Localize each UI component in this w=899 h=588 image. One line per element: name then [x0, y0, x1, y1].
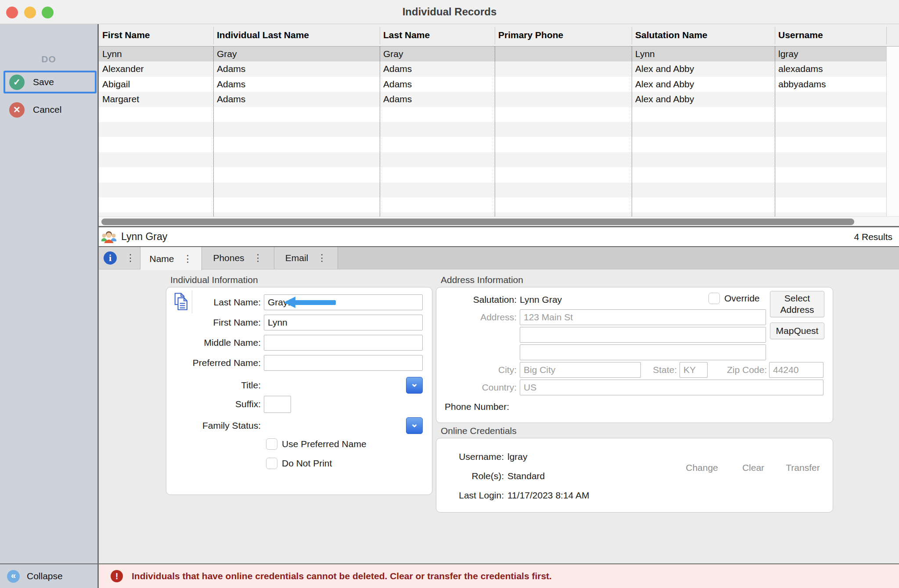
column-header-primary-phone[interactable]: Primary Phone	[495, 24, 632, 46]
country-label: Country:	[436, 380, 517, 395]
chevron-down-icon: ⌄	[410, 378, 418, 389]
preferred-name-label: Preferred Name:	[166, 355, 261, 371]
records-table-body: Lynn Gray Gray Lynn lgray Alexander Adam…	[99, 47, 886, 216]
cell-first-name: Lynn	[99, 47, 213, 61]
cancel-button[interactable]: ✕ Cancel	[4, 98, 97, 121]
preferred-name-input[interactable]	[264, 355, 423, 371]
tab-menu-dots-icon[interactable]: ⋮	[126, 252, 135, 264]
column-separator	[380, 47, 380, 216]
cell-individual-last-name: Gray	[213, 47, 380, 61]
annotation-arrow	[295, 300, 336, 305]
roles-label: Role(s):	[436, 470, 504, 482]
select-address-button[interactable]: Select Address	[770, 291, 824, 317]
table-row-empty	[99, 183, 886, 197]
phone-number-label: Phone Number:	[445, 399, 554, 415]
chevron-down-icon: ⌄	[410, 418, 418, 430]
first-name-input[interactable]	[264, 315, 423, 330]
horizontal-scrollbar-thumb[interactable]	[101, 219, 854, 225]
cell-individual-last-name: Adams	[213, 77, 380, 92]
city-input[interactable]	[520, 362, 641, 378]
records-table-header: First Name Individual Last Name Last Nam…	[99, 24, 899, 47]
column-header-username[interactable]: Username	[775, 24, 886, 46]
table-row-empty	[99, 107, 886, 122]
collapse-button[interactable]: Collapse	[27, 571, 63, 581]
tab-menu-dots-icon[interactable]: ⋮	[253, 252, 263, 264]
cancel-button-label: Cancel	[33, 104, 61, 115]
column-header-spacer	[886, 24, 899, 46]
column-header-salutation-name[interactable]: Salutation Name	[632, 24, 775, 46]
save-button-label: Save	[33, 77, 54, 87]
salutation-label: Salutation:	[436, 293, 517, 306]
family-status-dropdown-button[interactable]: ⌄	[406, 417, 423, 434]
address-line2-input[interactable]	[520, 327, 766, 343]
cell-first-name: Abigail	[99, 77, 213, 92]
cell-last-name: Adams	[380, 92, 495, 107]
state-input[interactable]	[680, 362, 708, 378]
header-separator	[775, 27, 775, 44]
column-header-first-name[interactable]: First Name	[99, 24, 213, 46]
divider	[0, 563, 899, 564]
middle-name-input[interactable]	[264, 335, 423, 351]
cross-icon: ✕	[9, 102, 25, 118]
selected-record-bar: Lynn Gray 4 Results	[99, 227, 899, 246]
sidebar-divider	[97, 24, 99, 588]
cell-last-name: Adams	[380, 61, 495, 76]
cell-username: alexadams	[775, 61, 886, 76]
do-not-print-checkbox[interactable]	[266, 458, 277, 469]
cell-primary-phone	[495, 47, 632, 61]
person-icon	[101, 231, 117, 243]
title-bar: Individual Records	[0, 0, 899, 24]
collapse-chevrons-icon: «	[7, 570, 20, 583]
cell-first-name: Alexander	[99, 61, 213, 76]
title-dropdown-button[interactable]: ⌄	[406, 377, 423, 394]
address-line3-input[interactable]	[520, 344, 766, 360]
tab-email-label: Email	[285, 253, 309, 263]
zip-code-input[interactable]	[769, 362, 823, 378]
table-row-empty	[99, 197, 886, 212]
annotation-arrow-head	[284, 297, 295, 308]
cell-first-name: Margaret	[99, 92, 213, 107]
header-separator	[886, 27, 887, 44]
use-preferred-name-label: Use Preferred Name	[282, 438, 367, 450]
cell-primary-phone	[495, 61, 632, 76]
info-icon: i	[104, 251, 117, 265]
save-button[interactable]: ✓ Save	[4, 71, 97, 93]
action-sidebar: DO ✓ Save ✕ Cancel	[0, 24, 97, 563]
clear-credentials-button[interactable]: Clear	[736, 463, 771, 473]
tab-name[interactable]: Name ⋮	[140, 247, 202, 270]
column-header-last-name[interactable]: Last Name	[380, 24, 495, 46]
country-input[interactable]	[520, 380, 823, 395]
transfer-credentials-button[interactable]: Transfer	[781, 463, 825, 473]
table-row-empty	[99, 122, 886, 137]
collapse-bar: « Collapse	[0, 564, 97, 588]
suffix-input[interactable]	[264, 396, 291, 413]
address-line1-input[interactable]	[520, 309, 766, 325]
vertical-scrollbar-track[interactable]	[886, 47, 899, 216]
state-label: State:	[641, 362, 677, 378]
table-row-margaret-adams[interactable]: Margaret Adams Adams Alex and Abby	[99, 92, 886, 107]
cell-salutation-name: Alex and Abby	[632, 77, 775, 92]
use-preferred-name-checkbox[interactable]	[266, 438, 277, 450]
table-row-alexander-adams[interactable]: Alexander Adams Adams Alex and Abby alex…	[99, 61, 886, 76]
online-credentials-title: Online Credentials	[441, 426, 517, 436]
detail-tab-bar: i ⋮ Name ⋮ Phones ⋮ Email ⋮	[99, 247, 899, 269]
tab-menu-dots-icon[interactable]: ⋮	[183, 253, 193, 265]
last-login-label: Last Login:	[436, 489, 504, 502]
cell-salutation-name: Lynn	[632, 47, 775, 61]
change-credentials-button[interactable]: Change	[680, 463, 724, 473]
override-checkbox[interactable]	[708, 293, 720, 304]
table-row-lynn-gray[interactable]: Lynn Gray Gray Lynn lgray	[99, 47, 886, 61]
mapquest-button[interactable]: MapQuest	[770, 323, 824, 339]
tab-email[interactable]: Email ⋮	[274, 247, 338, 269]
username-label: Username:	[436, 451, 504, 463]
error-banner: ! Individuals that have online credentia…	[97, 564, 899, 588]
tab-info[interactable]: i ⋮	[99, 247, 140, 269]
tab-menu-dots-icon[interactable]: ⋮	[317, 252, 327, 264]
tab-phones[interactable]: Phones ⋮	[202, 247, 274, 269]
address-information-panel: Salutation: Lynn Gray Override Select Ad…	[436, 287, 833, 423]
roles-value: Standard	[507, 470, 665, 482]
column-header-individual-last-name[interactable]: Individual Last Name	[213, 24, 380, 46]
table-row-abigail-adams[interactable]: Abigail Adams Adams Alex and Abby abbyad…	[99, 77, 886, 92]
cell-last-name: Gray	[380, 47, 495, 61]
cell-salutation-name: Alex and Abby	[632, 61, 775, 76]
